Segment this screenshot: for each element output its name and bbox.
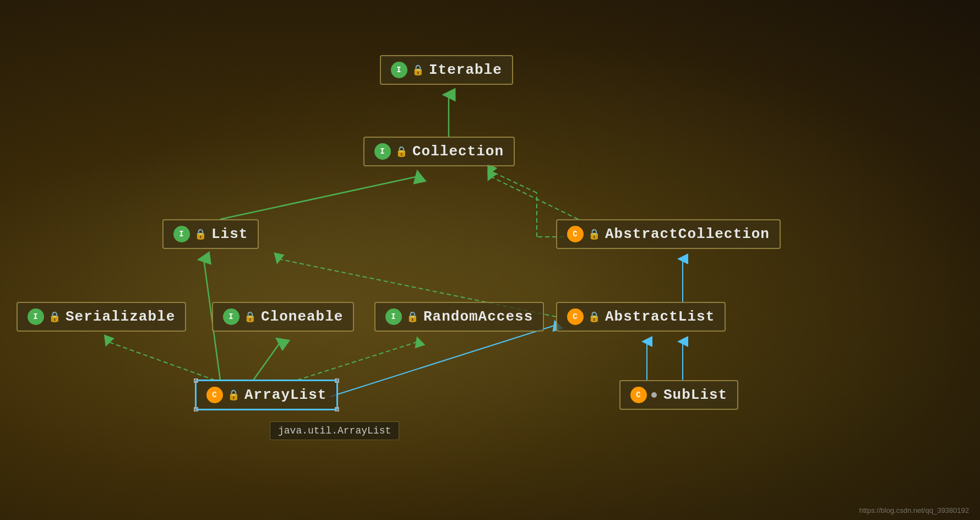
random-access-lock-icon: 🔒 [406,311,419,323]
array-list-type-badge: C [206,387,223,403]
list-type-badge: I [173,226,190,242]
serializable-type-badge: I [28,308,44,325]
abstract-collection-label: AbstractCollection [605,226,770,242]
sub-list-label: SubList [663,387,727,403]
node-cloneable[interactable]: I 🔒 Cloneable [212,302,354,332]
abstract-list-lock-icon: 🔒 [588,311,601,323]
node-abstract-collection[interactable]: C 🔒 AbstractCollection [556,219,781,249]
node-array-list[interactable]: C 🔒 ArrayList [195,380,337,410]
corner-tr [335,378,339,383]
node-iterable[interactable]: I 🔒 Iterable [380,55,513,85]
cloneable-type-badge: I [223,308,239,325]
tooltip: java.util.ArrayList [270,421,399,440]
iterable-type-badge: I [391,62,407,78]
cloneable-label: Cloneable [261,308,343,325]
node-random-access[interactable]: I 🔒 RandomAccess [374,302,544,332]
node-list[interactable]: I 🔒 List [162,219,259,249]
serializable-lock-icon: 🔒 [48,311,61,323]
abstract-list-type-badge: C [567,308,584,325]
abstract-list-label: AbstractList [605,308,715,325]
array-list-lock-icon: 🔒 [227,389,240,401]
node-serializable[interactable]: I 🔒 Serializable [17,302,186,332]
collection-type-badge: I [374,143,391,160]
collection-label: Collection [412,143,504,160]
tooltip-text: java.util.ArrayList [278,425,391,436]
corner-tl [194,378,198,383]
diagram-container: I 🔒 Iterable I 🔒 Collection I 🔒 List C 🔒… [0,0,980,520]
node-sub-list[interactable]: C SubList [619,380,738,410]
corner-br [335,407,339,411]
sub-list-circle-icon [651,392,657,398]
array-list-label: ArrayList [244,387,326,403]
random-access-type-badge: I [385,308,402,325]
iterable-label: Iterable [429,62,502,78]
random-access-label: RandomAccess [423,308,533,325]
collection-lock-icon: 🔒 [395,145,408,158]
abstract-collection-lock-icon: 🔒 [588,228,601,240]
list-label: List [211,226,248,242]
cloneable-lock-icon: 🔒 [244,311,257,323]
serializable-label: Serializable [66,308,175,325]
node-abstract-list[interactable]: C 🔒 AbstractList [556,302,726,332]
iterable-lock-icon: 🔒 [412,64,424,76]
node-collection[interactable]: I 🔒 Collection [363,137,515,166]
watermark: https://blog.csdn.net/qq_39380192 [859,506,970,514]
corner-bl [194,407,198,411]
watermark-text: https://blog.csdn.net/qq_39380192 [859,506,970,514]
abstract-collection-type-badge: C [567,226,584,242]
list-lock-icon: 🔒 [194,228,207,240]
sub-list-type-badge: C [630,387,647,403]
